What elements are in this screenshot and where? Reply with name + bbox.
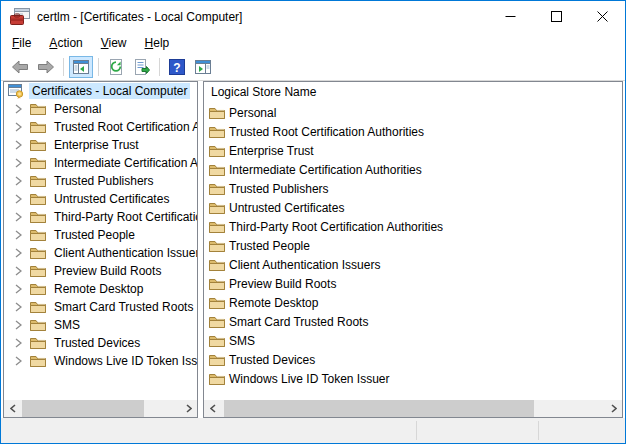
refresh-button[interactable]	[104, 56, 128, 78]
chevron-right-icon[interactable]	[12, 158, 24, 168]
scroll-right-arrow[interactable]	[180, 400, 197, 417]
list-item[interactable]: Remote Desktop	[204, 293, 622, 312]
menu-item[interactable]: Help	[136, 33, 179, 53]
tree-item[interactable]: Untrusted Certificates	[4, 190, 197, 208]
forward-arrow-icon	[37, 60, 55, 74]
scroll-thumb[interactable]	[224, 400, 534, 417]
back-button[interactable]	[8, 56, 32, 78]
tree-item[interactable]: Trusted Devices	[4, 334, 197, 352]
menu-item[interactable]: View	[92, 33, 136, 53]
column-header-logical-store-name[interactable]: Logical Store Name	[204, 82, 622, 103]
status-bar	[1, 418, 625, 443]
chevron-right-icon[interactable]	[12, 266, 24, 276]
list-horizontal-scrollbar[interactable]	[204, 400, 622, 417]
chevron-right-icon[interactable]	[12, 212, 24, 222]
chevron-right-icon[interactable]	[12, 248, 24, 258]
minimize-button[interactable]	[487, 1, 533, 32]
tree-item[interactable]: Third-Party Root Certification Authoriti…	[4, 208, 197, 226]
tree-item[interactable]: Trusted Root Certification Authorities	[4, 118, 197, 136]
chevron-right-icon[interactable]	[12, 302, 24, 312]
tree-item-label: Trusted Root Certification Authorities	[51, 119, 197, 135]
tree-item-label: Third-Party Root Certification Authoriti…	[51, 209, 197, 225]
list-item[interactable]: Smart Card Trusted Roots	[204, 312, 622, 331]
close-button[interactable]	[579, 1, 625, 32]
show-hide-console-tree-button[interactable]	[69, 56, 93, 78]
list-item[interactable]: Windows Live ID Token Issuer	[204, 369, 622, 388]
folder-icon	[209, 200, 225, 216]
scroll-left-arrow[interactable]	[4, 400, 21, 417]
tree-root-certificates-local-computer[interactable]: Certificates - Local Computer	[4, 82, 197, 100]
tree-item[interactable]: SMS	[4, 316, 197, 334]
list-items: Personal Trusted Root Certification Auth…	[204, 103, 622, 388]
show-hide-action-pane-button[interactable]	[191, 56, 215, 78]
list-item-label: Enterprise Trust	[229, 144, 314, 158]
logical-stores-list-pane: Logical Store Name Personal	[203, 81, 623, 418]
refresh-icon	[108, 59, 124, 75]
folder-icon	[30, 353, 46, 369]
list-item[interactable]: Untrusted Certificates	[204, 198, 622, 217]
forward-button[interactable]	[34, 56, 58, 78]
folder-icon	[209, 371, 225, 387]
menu-item[interactable]: File	[3, 33, 40, 53]
list-item[interactable]: Trusted People	[204, 236, 622, 255]
folder-icon	[30, 191, 46, 207]
chevron-right-icon[interactable]	[12, 104, 24, 114]
tree-item-label: Client Authentication Issuers	[51, 245, 197, 261]
status-bar-separator	[416, 421, 417, 440]
chevron-right-icon[interactable]	[12, 356, 24, 366]
scroll-left-arrow[interactable]	[204, 400, 221, 417]
list-item[interactable]: Trusted Root Certification Authorities	[204, 122, 622, 141]
tree-item-label: Trusted Publishers	[51, 173, 157, 189]
tree-item[interactable]: Remote Desktop	[4, 280, 197, 298]
console-tree-icon	[73, 59, 89, 75]
tree-item[interactable]: Enterprise Trust	[4, 136, 197, 154]
scroll-right-arrow[interactable]	[605, 400, 622, 417]
export-list-button[interactable]	[130, 56, 154, 78]
chevron-right-icon[interactable]	[12, 140, 24, 150]
tree-item[interactable]: Smart Card Trusted Roots	[4, 298, 197, 316]
list-item-label: Trusted Devices	[229, 353, 315, 367]
list-item[interactable]: Personal	[204, 103, 622, 122]
help-button[interactable]: ?	[165, 56, 189, 78]
list-item[interactable]: Trusted Devices	[204, 350, 622, 369]
scroll-track[interactable]	[21, 400, 180, 417]
list-item[interactable]: Preview Build Roots	[204, 274, 622, 293]
tree-item-label: SMS	[51, 317, 83, 333]
tree-items: Personal Trusted Root Certification Auth…	[4, 100, 197, 370]
tree-horizontal-scrollbar[interactable]	[4, 400, 197, 417]
list-item[interactable]: Trusted Publishers	[204, 179, 622, 198]
tree-item[interactable]: Personal	[4, 100, 197, 118]
chevron-right-icon[interactable]	[12, 122, 24, 132]
list-item[interactable]: SMS	[204, 331, 622, 350]
chevron-right-icon[interactable]	[12, 320, 24, 330]
list-item-label: Trusted Root Certification Authorities	[229, 125, 424, 139]
list-item[interactable]: Third-Party Root Certification Authoriti…	[204, 217, 622, 236]
tree-item[interactable]: Intermediate Certification Authorities	[4, 154, 197, 172]
folder-icon	[209, 124, 225, 140]
tree-item[interactable]: Windows Live ID Token Issuer	[4, 352, 197, 370]
list-item-label: Windows Live ID Token Issuer	[229, 372, 390, 386]
tree-item[interactable]: Client Authentication Issuers	[4, 244, 197, 262]
maximize-button[interactable]	[533, 1, 579, 32]
folder-icon	[30, 335, 46, 351]
tree-item[interactable]: Trusted Publishers	[4, 172, 197, 190]
help-icon: ?	[169, 59, 185, 75]
tree-item[interactable]: Trusted People	[4, 226, 197, 244]
chevron-right-icon[interactable]	[12, 176, 24, 186]
chevron-right-icon[interactable]	[12, 284, 24, 294]
chevron-right-icon[interactable]	[12, 194, 24, 204]
chevron-right-icon[interactable]	[12, 230, 24, 240]
folder-icon	[209, 333, 225, 349]
scroll-track[interactable]	[221, 400, 605, 417]
folder-icon	[30, 119, 46, 135]
scroll-thumb[interactable]	[22, 400, 144, 417]
list-item[interactable]: Intermediate Certification Authorities	[204, 160, 622, 179]
list-item[interactable]: Client Authentication Issuers	[204, 255, 622, 274]
list-item[interactable]: Enterprise Trust	[204, 141, 622, 160]
list-item-label: SMS	[229, 334, 255, 348]
tree-item[interactable]: Preview Build Roots	[4, 262, 197, 280]
menu-item[interactable]: Action	[40, 33, 91, 53]
chevron-right-icon[interactable]	[12, 338, 24, 348]
toolbar-separator	[98, 58, 99, 76]
tree-item-label: Windows Live ID Token Issuer	[51, 353, 197, 369]
